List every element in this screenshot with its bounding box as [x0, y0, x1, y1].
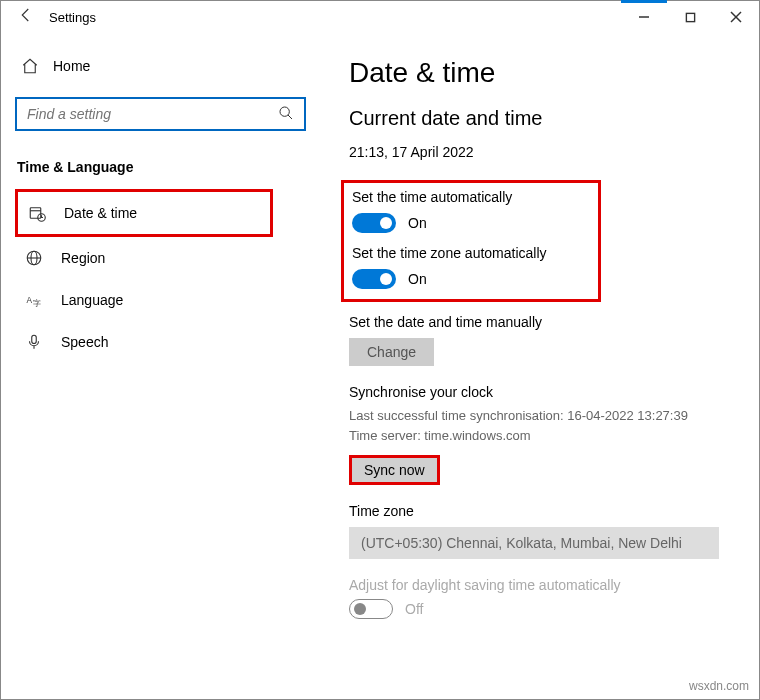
dst-toggle	[349, 599, 393, 619]
close-button[interactable]	[713, 1, 759, 33]
sync-server: Time server: time.windows.com	[349, 426, 731, 446]
body: Home Time & Language Date & time Reg	[1, 33, 759, 699]
titlebar: Settings	[1, 1, 759, 33]
auto-time-toggle[interactable]	[352, 213, 396, 233]
manual-label: Set the date and time manually	[349, 314, 731, 330]
language-icon: A字	[25, 291, 43, 309]
auto-tz-toggle[interactable]	[352, 269, 396, 289]
nav-date-time[interactable]: Date & time	[15, 189, 273, 237]
nav-speech[interactable]: Speech	[15, 321, 306, 363]
auto-tz-label: Set the time zone automatically	[352, 245, 584, 261]
content-pane: Date & time Current date and time 21:13,…	[321, 33, 759, 699]
tz-dropdown[interactable]: (UTC+05:30) Chennai, Kolkata, Mumbai, Ne…	[349, 527, 719, 559]
minimize-button[interactable]	[621, 1, 667, 33]
svg-rect-1	[686, 13, 694, 21]
tz-section: Time zone (UTC+05:30) Chennai, Kolkata, …	[349, 503, 731, 559]
sync-last: Last successful time synchronisation: 16…	[349, 406, 731, 426]
microphone-icon	[25, 333, 43, 351]
accent-strip	[621, 0, 667, 3]
sidebar: Home Time & Language Date & time Reg	[1, 33, 321, 699]
nav-region[interactable]: Region	[15, 237, 306, 279]
nav-label: Region	[61, 250, 105, 266]
current-datetime: 21:13, 17 April 2022	[349, 144, 731, 160]
window-title: Settings	[49, 10, 96, 25]
auto-time-label: Set the time automatically	[352, 189, 584, 205]
dst-label: Adjust for daylight saving time automati…	[349, 577, 731, 593]
nav-language[interactable]: A字 Language	[15, 279, 306, 321]
svg-text:A: A	[27, 296, 33, 305]
page-heading: Date & time	[349, 57, 731, 89]
tz-title: Time zone	[349, 503, 731, 519]
home-icon	[21, 57, 39, 75]
sync-section: Synchronise your clock Last successful t…	[349, 384, 731, 485]
watermark: wsxdn.com	[689, 679, 749, 693]
maximize-button[interactable]	[667, 1, 713, 33]
nav-label: Language	[61, 292, 123, 308]
nav-label: Date & time	[64, 205, 137, 221]
globe-icon	[25, 249, 43, 267]
search-input[interactable]	[27, 106, 278, 122]
settings-window: Settings Home	[0, 0, 760, 700]
window-controls	[621, 1, 759, 33]
home-nav[interactable]: Home	[15, 49, 306, 83]
auto-time-state: On	[408, 215, 427, 231]
svg-rect-14	[32, 335, 37, 343]
search-box[interactable]	[15, 97, 306, 131]
auto-settings-highlight: Set the time automatically On Set the ti…	[341, 180, 601, 302]
nav-label: Speech	[61, 334, 108, 350]
dst-state: Off	[405, 601, 423, 617]
svg-line-5	[288, 115, 292, 119]
sync-title: Synchronise your clock	[349, 384, 731, 400]
search-icon	[278, 105, 294, 124]
group-title: Time & Language	[15, 159, 306, 175]
manual-section: Set the date and time manually Change	[349, 314, 731, 366]
svg-point-4	[280, 107, 289, 116]
auto-tz-state: On	[408, 271, 427, 287]
change-button[interactable]: Change	[349, 338, 434, 366]
page-subheading: Current date and time	[349, 107, 731, 130]
sync-now-button[interactable]: Sync now	[349, 455, 440, 485]
back-button[interactable]	[11, 6, 41, 28]
calendar-clock-icon	[28, 204, 46, 222]
svg-rect-6	[30, 208, 41, 219]
home-label: Home	[53, 58, 90, 74]
svg-text:字: 字	[33, 299, 41, 308]
